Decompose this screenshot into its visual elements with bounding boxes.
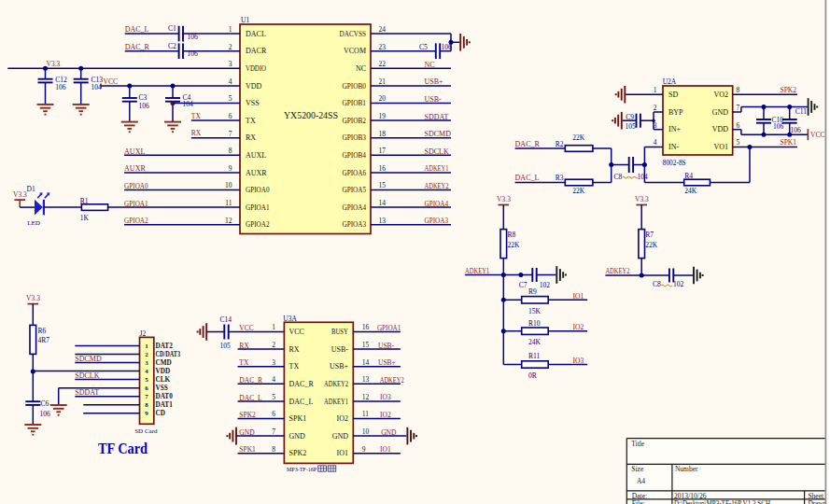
- svg-text:IO3: IO3: [573, 357, 584, 365]
- svg-text:106: 106: [188, 49, 199, 58]
- svg-text:5: 5: [229, 94, 232, 103]
- svg-text:LED: LED: [27, 219, 40, 227]
- svg-text:DAC_R: DAC_R: [125, 43, 150, 51]
- svg-text:20: 20: [379, 94, 387, 103]
- svg-text:4: 4: [654, 138, 657, 147]
- svg-text:TX: TX: [239, 358, 249, 367]
- svg-text:USB+: USB+: [378, 358, 396, 367]
- svg-text:IO1: IO1: [337, 449, 348, 457]
- svg-text:R4: R4: [684, 172, 693, 180]
- svg-text:R11: R11: [528, 352, 540, 360]
- svg-text:SPK2: SPK2: [781, 86, 797, 94]
- svg-text:SPK2: SPK2: [239, 411, 256, 419]
- svg-text:102: 102: [673, 280, 684, 288]
- svg-text:0R: 0R: [528, 371, 537, 380]
- svg-text:DAC_R: DAC_R: [515, 140, 541, 148]
- svg-text:SPK2: SPK2: [289, 449, 307, 457]
- svg-text:21: 21: [379, 77, 387, 86]
- svg-text:GPIOB4: GPIOB4: [343, 151, 367, 160]
- svg-text:Drawn: Drawn: [808, 499, 827, 504]
- svg-text:C1: C1: [168, 24, 176, 33]
- svg-text:106: 106: [39, 410, 50, 418]
- svg-text:2: 2: [272, 341, 275, 349]
- svg-text:C14: C14: [220, 315, 232, 324]
- svg-text:2: 2: [654, 104, 657, 112]
- svg-text:NC: NC: [425, 61, 435, 69]
- svg-text:9: 9: [145, 410, 148, 417]
- svg-text:14: 14: [379, 199, 387, 207]
- svg-text:15: 15: [379, 181, 387, 189]
- svg-text:GPIOA3: GPIOA3: [425, 217, 449, 225]
- svg-text:3: 3: [145, 359, 148, 367]
- svg-text:8: 8: [145, 401, 148, 409]
- svg-text:RX: RX: [289, 345, 300, 354]
- svg-text:IN+: IN+: [668, 125, 681, 133]
- svg-text:DAC_L: DAC_L: [289, 398, 314, 406]
- svg-text:2013/10/26: 2013/10/26: [674, 492, 707, 500]
- svg-text:C8: C8: [613, 173, 622, 181]
- svg-text:Size: Size: [631, 465, 644, 473]
- svg-text:ADKEY2: ADKEY2: [425, 182, 449, 190]
- svg-text:DAC_L: DAC_L: [515, 174, 540, 182]
- svg-text:104: 104: [638, 173, 649, 181]
- svg-text:V3.3: V3.3: [13, 190, 27, 199]
- svg-text:1: 1: [229, 25, 232, 34]
- svg-text:8002-8S: 8002-8S: [663, 159, 686, 167]
- svg-text:105: 105: [220, 342, 232, 350]
- svg-text:IO1: IO1: [573, 292, 584, 301]
- svg-text:GPIOA1: GPIOA1: [124, 200, 148, 208]
- svg-text:BUSY: BUSY: [331, 328, 348, 336]
- svg-text:106: 106: [791, 126, 802, 134]
- svg-text:105: 105: [625, 122, 636, 131]
- svg-text:22K: 22K: [572, 133, 585, 142]
- svg-text:VCC: VCC: [239, 324, 253, 332]
- svg-text:ADKEY2: ADKEY2: [324, 380, 348, 388]
- svg-text:SDDAT: SDDAT: [425, 113, 449, 121]
- svg-text:CLK: CLK: [156, 376, 171, 384]
- svg-text:GPIOB1: GPIOB1: [343, 99, 367, 107]
- svg-text:4: 4: [229, 77, 232, 86]
- svg-text:106: 106: [188, 33, 199, 41]
- svg-text:U2A: U2A: [663, 77, 677, 86]
- svg-text:22K: 22K: [572, 187, 585, 195]
- svg-text:ADKEY1: ADKEY1: [465, 267, 489, 275]
- svg-text:VDD: VDD: [712, 125, 729, 133]
- svg-text:8: 8: [229, 147, 232, 155]
- svg-text:C8: C8: [653, 280, 661, 288]
- svg-text:22: 22: [379, 60, 387, 68]
- svg-text:GPIOA5: GPIOA5: [343, 186, 367, 194]
- svg-text:R3: R3: [556, 174, 564, 182]
- svg-text:C5: C5: [419, 43, 428, 51]
- svg-text:SDCMD: SDCMD: [425, 130, 452, 138]
- svg-text:22K: 22K: [645, 241, 658, 249]
- svg-text:16: 16: [362, 323, 370, 331]
- svg-text:1: 1: [654, 86, 657, 94]
- svg-text:GPIOA0: GPIOA0: [124, 182, 148, 190]
- svg-text:6: 6: [229, 112, 232, 120]
- svg-text:4R7: 4R7: [37, 336, 49, 344]
- svg-text:CD/DAT3: CD/DAT3: [156, 351, 181, 358]
- svg-text:GPIOA2: GPIOA2: [124, 217, 148, 225]
- svg-text:GND: GND: [239, 428, 255, 437]
- svg-text:24K: 24K: [528, 338, 542, 346]
- svg-text:R10: R10: [528, 319, 541, 328]
- svg-text:102: 102: [540, 281, 551, 289]
- svg-text:106: 106: [442, 43, 453, 51]
- svg-text:DAT0: DAT0: [156, 393, 174, 400]
- svg-text:SDCLK: SDCLK: [425, 147, 449, 156]
- svg-text:C2: C2: [168, 42, 176, 50]
- svg-text:U3A: U3A: [283, 315, 297, 323]
- svg-text:3: 3: [229, 60, 232, 68]
- svg-text:CMD: CMD: [156, 359, 172, 367]
- svg-text:GND: GND: [381, 428, 397, 437]
- svg-text:RX: RX: [191, 129, 202, 137]
- svg-text:TX: TX: [289, 362, 300, 371]
- svg-text:1: 1: [272, 323, 275, 331]
- svg-text:C6: C6: [41, 399, 49, 408]
- svg-text:VDD: VDD: [156, 368, 171, 375]
- svg-text:VCOM: VCOM: [344, 47, 366, 55]
- svg-text:NC: NC: [356, 64, 366, 73]
- svg-text:3: 3: [272, 358, 275, 367]
- svg-text:2: 2: [229, 43, 232, 51]
- svg-text:GPIOA3: GPIOA3: [343, 220, 367, 229]
